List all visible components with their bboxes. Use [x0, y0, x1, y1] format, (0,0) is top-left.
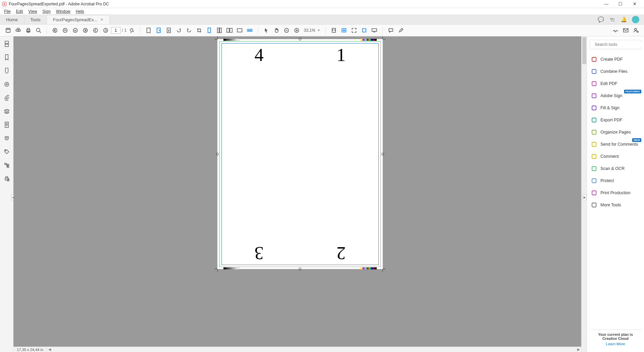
highlight-icon[interactable]	[396, 26, 406, 35]
tool-item-combine-files[interactable]: Combine Files	[590, 65, 641, 78]
tool-item-more-tools[interactable]: More Tools	[590, 199, 641, 211]
tool-icon	[591, 202, 597, 208]
rotate-cw-icon[interactable]	[174, 26, 184, 35]
find-icon[interactable]	[127, 26, 137, 35]
search-icon[interactable]	[34, 26, 43, 35]
prev-view-icon[interactable]	[91, 26, 100, 35]
maximize-button[interactable]: ☐	[616, 1, 624, 6]
fit-visible-icon[interactable]	[359, 26, 369, 35]
user-settings-icon[interactable]	[631, 26, 641, 35]
preflight-icon[interactable]	[3, 175, 11, 183]
page-up-icon[interactable]	[60, 26, 70, 35]
close-button[interactable]: ✕	[630, 1, 639, 6]
select-tool-icon[interactable]	[154, 26, 163, 35]
menu-file[interactable]: File	[2, 8, 12, 14]
svg-rect-58	[592, 154, 596, 158]
help-icon[interactable]: ?⃝	[609, 16, 616, 23]
layers-icon[interactable]	[3, 107, 11, 115]
scroll-left-icon[interactable]: ◀	[47, 347, 52, 352]
tool-item-fill-sign[interactable]: Fill & Sign	[590, 102, 641, 114]
structure-icon[interactable]	[3, 161, 11, 169]
tool-item-create-pdf[interactable]: Create PDF	[590, 53, 641, 65]
page-down-icon[interactable]	[71, 26, 80, 35]
next-view-icon[interactable]	[101, 26, 110, 35]
right-collapse-handle[interactable]: ▶	[583, 194, 587, 200]
menu-window[interactable]: Window	[54, 8, 73, 14]
zoom-level[interactable]: 33,1%▼	[302, 28, 322, 33]
minimize-button[interactable]: —	[602, 1, 610, 6]
tool-item-protect[interactable]: Protect	[590, 175, 641, 187]
page-current-field[interactable]	[111, 27, 120, 34]
ruler-icon[interactable]	[245, 26, 254, 35]
presentation-icon[interactable]	[370, 26, 379, 35]
comment-icon[interactable]	[386, 26, 396, 35]
save-icon[interactable]	[3, 26, 13, 35]
page-number-input[interactable]: / 1	[111, 27, 127, 34]
svg-rect-53	[592, 94, 596, 98]
chat-icon[interactable]: 💬	[597, 16, 604, 23]
tools-search[interactable]	[590, 40, 641, 49]
content-icon[interactable]	[3, 121, 11, 129]
signature-icon[interactable]	[611, 26, 620, 35]
arrow-tool-icon[interactable]	[262, 26, 271, 35]
tab-document[interactable]: FourPagesSpreadEx...✕	[47, 15, 110, 24]
scrolling-icon[interactable]	[215, 26, 224, 35]
tool-item-comment[interactable]: Comment	[590, 150, 641, 163]
tool-icon	[591, 178, 597, 184]
menu-sign[interactable]: Sign	[41, 8, 53, 14]
last-page-icon[interactable]	[81, 26, 90, 35]
avatar[interactable]	[632, 16, 639, 23]
page-thumbnail-icon[interactable]	[144, 26, 153, 35]
bookmark-icon[interactable]	[3, 53, 11, 61]
read-mode-icon[interactable]	[235, 26, 244, 35]
cloud-icon[interactable]	[14, 26, 23, 35]
bell-icon[interactable]: 🔔	[620, 16, 627, 23]
attachments-icon[interactable]	[3, 94, 11, 102]
zoom-in-icon[interactable]	[292, 26, 301, 35]
tool-item-adobe-sign[interactable]: Adobe SignFEATURED	[590, 90, 641, 102]
learn-more-link[interactable]: Learn More	[591, 342, 640, 346]
registration-mark	[216, 153, 219, 155]
export-icon[interactable]	[164, 26, 173, 35]
tool-icon	[591, 56, 597, 62]
crop-icon[interactable]	[194, 26, 204, 35]
zoom-out-icon[interactable]	[282, 26, 291, 35]
output-preview-icon[interactable]	[3, 134, 11, 142]
single-page-icon[interactable]	[205, 26, 214, 35]
menu-view[interactable]: View	[26, 8, 39, 14]
svg-point-39	[5, 82, 9, 86]
scroll-right-icon[interactable]: ▶	[576, 347, 581, 352]
tags-icon[interactable]	[3, 148, 11, 156]
svg-point-40	[6, 84, 7, 85]
menu-help[interactable]: Help	[74, 8, 86, 14]
tab-home[interactable]: Home	[0, 15, 24, 24]
tab-close-icon[interactable]: ✕	[100, 18, 103, 22]
destinations-icon[interactable]	[3, 80, 11, 88]
thumbnails-icon[interactable]	[3, 40, 11, 48]
first-page-icon[interactable]	[50, 26, 60, 35]
tools-search-input[interactable]	[595, 42, 644, 47]
tool-item-send-for-comments[interactable]: Send for CommentsNEW	[590, 138, 641, 150]
document-viewport[interactable]: 4 1 3 2 ▶ 17,35 x 24,44 in ◀ ▶	[14, 36, 587, 352]
email-icon[interactable]	[621, 26, 630, 35]
two-page-icon[interactable]	[225, 26, 234, 35]
hand-tool-icon[interactable]	[272, 26, 281, 35]
rotate-ccw-icon[interactable]	[184, 26, 194, 35]
fullscreen-icon[interactable]	[349, 26, 359, 35]
tool-item-print-production[interactable]: Print Production	[590, 187, 641, 199]
fit-page-icon[interactable]	[329, 26, 339, 35]
svg-rect-60	[592, 179, 596, 183]
fit-width-icon[interactable]	[339, 26, 349, 35]
tool-item-export-pdf[interactable]: Export PDF	[590, 114, 641, 126]
print-icon[interactable]	[24, 26, 33, 35]
tool-item-scan-ocr[interactable]: Scan & OCR	[590, 163, 641, 175]
tool-item-organize-pages[interactable]: Organize Pages	[590, 126, 641, 138]
articles-icon[interactable]	[3, 67, 11, 75]
color-bar-bottom-right	[360, 267, 377, 269]
svg-rect-33	[389, 29, 393, 31]
tool-icon	[591, 166, 597, 172]
tab-tools[interactable]: Tools	[24, 15, 47, 24]
tool-item-edit-pdf[interactable]: Edit PDF	[590, 78, 641, 90]
svg-rect-19	[217, 28, 219, 33]
menu-edit[interactable]: Edit	[14, 8, 25, 14]
